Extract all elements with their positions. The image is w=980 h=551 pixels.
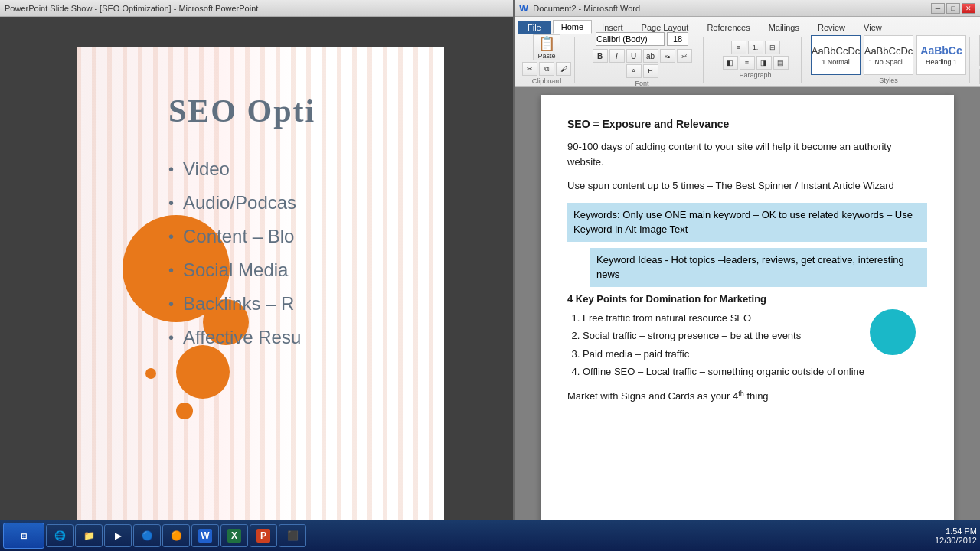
clipboard-label: Clipboard [532, 77, 562, 85]
tab-review[interactable]: Review [809, 21, 854, 34]
ppt-taskbar-icon: P [256, 529, 270, 543]
clipboard-group: 📋 Paste ✂ ⧉ 🖌 Clipboard [519, 37, 575, 83]
doc-para1: 90-100 days of adding content to your si… [567, 139, 927, 169]
taskbar-app1[interactable]: 🔵 [133, 524, 161, 547]
slide-title: SEO Opti​ [168, 93, 436, 129]
taskbar-app2[interactable]: 🟠 [162, 524, 190, 547]
ppt-titlebar: PowerPoint Slide Show - [SEO Optimizatio… [0, 0, 521, 17]
list-item: Paid media – paid traffic [583, 347, 927, 362]
font-name-input[interactable] [596, 32, 665, 46]
word-titlebar: W Document2 - Microsoft Word ─ □ ✕ [514, 0, 980, 17]
taskbar-excel[interactable]: X [220, 524, 248, 547]
tab-file[interactable]: File [518, 21, 551, 34]
align-center-button[interactable]: ≡ [740, 56, 755, 70]
app2-icon: 🟠 [169, 529, 183, 543]
word-title: Document2 - Microsoft Word [533, 4, 640, 13]
word-ribbon: File Home Insert Page Layout References … [514, 17, 980, 87]
minimize-button[interactable]: ─ [931, 3, 945, 14]
doc-para2: Use spun content up to 5 times – The Bes… [567, 178, 927, 194]
cut-button[interactable]: ✂ [522, 62, 537, 76]
word-doc-area[interactable]: SEO = Exposure and Relevance 90-100 days… [514, 87, 980, 534]
close-button[interactable]: ✕ [962, 3, 975, 14]
powerpoint-window: PowerPoint Slide Show - [SEO Optimizatio… [0, 0, 521, 551]
font-color-button[interactable]: A [626, 64, 642, 78]
underline-button[interactable]: U [626, 49, 642, 63]
bold-button[interactable]: B [593, 49, 608, 63]
style-heading1[interactable]: AaBbCc Heading 1 [916, 35, 966, 75]
taskbar-app3[interactable]: ⬛ [279, 524, 306, 547]
style-normal[interactable]: AaBbCcDc 1 Normal [811, 35, 861, 75]
copy-button[interactable]: ⧉ [539, 62, 554, 76]
taskbar-word[interactable]: W [191, 524, 219, 547]
font-group: B I U ab x₂ x² A H Font [581, 37, 704, 83]
ribbon-controls: 📋 Paste ✂ ⧉ 🖌 Clipboard B I [514, 34, 980, 86]
tab-references[interactable]: References [698, 21, 758, 34]
taskbar: ⊞ 🌐 📁 ▶ 🔵 🟠 W X P ⬛ 1:54 PM 12/30/2012 [0, 520, 980, 551]
word-page: SEO = Exposure and Relevance 90-100 days… [541, 95, 954, 527]
list-item: Backlinks – R [168, 287, 436, 321]
slide-content: SEO Opti​ Video Audio/Podcas Content – B… [168, 93, 436, 354]
word-icon: W [519, 2, 528, 14]
ppt-slide-area: SEO Opti​ Video Audio/Podcas Content – B… [0, 17, 521, 551]
paragraph-group: ≡ 1. ⊟ ◧ ≡ ◨ ▤ Paragraph [710, 37, 802, 83]
numbering-button[interactable]: 1. [748, 41, 763, 54]
styles-label: Styles [879, 77, 898, 84]
excel-taskbar-icon: X [227, 529, 241, 543]
italic-button[interactable]: I [609, 49, 625, 63]
circle-small1 [145, 368, 156, 379]
taskbar-media[interactable]: ▶ [104, 524, 132, 547]
strikethrough-button[interactable]: ab [643, 49, 658, 63]
teal-circle-decoration [870, 309, 916, 355]
bullets-button[interactable]: ≡ [731, 41, 746, 54]
tab-view[interactable]: View [855, 21, 890, 34]
align-right-button[interactable]: ◨ [756, 56, 772, 70]
doc-highlight2: Keyword Ideas - Hot topics –leaders, rev… [590, 248, 927, 287]
maximize-button[interactable]: □ [946, 3, 960, 14]
font-size-input[interactable] [667, 32, 688, 46]
paragraph-label: Paragraph [739, 71, 771, 79]
list-item: Audio/Podcas [168, 186, 436, 220]
format-painter-button[interactable]: 🖌 [556, 62, 571, 76]
word-taskbar-icon: W [198, 529, 212, 543]
doc-footer-text: Market with Signs and Cards as your 4th … [567, 389, 927, 404]
list-item: Video [168, 152, 436, 186]
doc-heading: SEO = Exposure and Relevance [567, 118, 927, 130]
doc-highlight1: Keywords: Only use ONE main keyword – OK… [567, 203, 927, 242]
ppt-slide: SEO Opti​ Video Audio/Podcas Content – B… [77, 47, 444, 521]
align-left-button[interactable]: ◧ [723, 56, 738, 70]
taskbar-right: 1:54 PM 12/30/2012 [935, 527, 977, 545]
taskbar-ie[interactable]: 🌐 [46, 524, 74, 547]
style-no-spacing[interactable]: AaBbCcDc 1 No Spaci... [864, 35, 913, 75]
tab-mailings[interactable]: Mailings [760, 21, 808, 34]
multilevel-button[interactable]: ⊟ [765, 41, 780, 54]
superscript-button[interactable]: x² [677, 49, 692, 63]
taskbar-clock: 1:54 PM 12/30/2012 [935, 527, 977, 545]
taskbar-explorer[interactable]: 📁 [75, 524, 103, 547]
list-item: Content – Blo [168, 220, 436, 253]
app3-icon: ⬛ [286, 529, 299, 543]
list-item: Social Media [168, 253, 436, 287]
explorer-icon: 📁 [82, 529, 96, 543]
word-window: W Document2 - Microsoft Word ─ □ ✕ File … [513, 0, 980, 551]
circle-small2 [176, 403, 193, 419]
list-item: Offline SEO – Local traffic – something … [583, 364, 927, 380]
styles-group: AaBbCcDc 1 Normal AaBbCcDc 1 No Spaci...… [808, 37, 970, 83]
ppt-title: PowerPoint Slide Show - [SEO Optimizatio… [5, 4, 258, 13]
slide-bullet-list: Video Audio/Podcas Content – Blo Social … [168, 152, 436, 354]
highlight-button[interactable]: H [643, 64, 658, 78]
media-icon: ▶ [111, 529, 125, 543]
titlebar-buttons: ─ □ ✕ [931, 3, 975, 14]
justify-button[interactable]: ▤ [773, 56, 789, 70]
change-styles-group: A Change Styles Editing [976, 37, 980, 83]
taskbar-ppt[interactable]: P [250, 524, 277, 547]
start-button[interactable]: ⊞ [3, 523, 44, 549]
subscript-button[interactable]: x₂ [660, 49, 675, 63]
font-label: Font [635, 80, 648, 87]
tab-home[interactable]: Home [553, 20, 592, 34]
ribbon-tabs: File Home Insert Page Layout References … [514, 17, 980, 34]
app1-icon: 🔵 [140, 529, 154, 543]
doc-subheading: 4 Key Points for Domination for Marketin… [567, 293, 927, 305]
paste-button[interactable]: 📋 Paste [533, 34, 560, 60]
ie-icon: 🌐 [53, 529, 67, 543]
list-item: Affective Resu [168, 321, 436, 354]
